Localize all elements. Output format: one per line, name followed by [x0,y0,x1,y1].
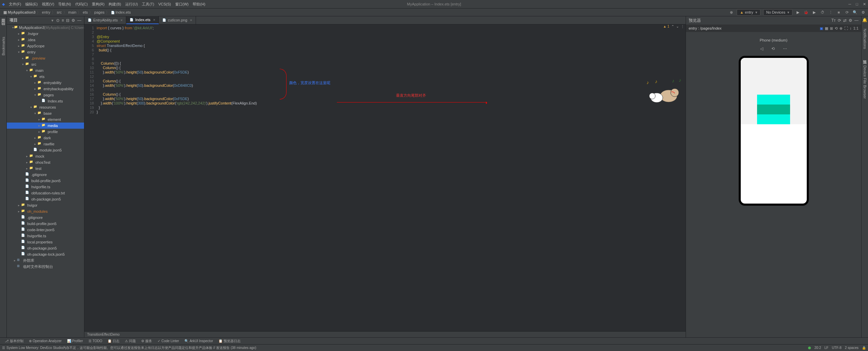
tree-row[interactable]: ▸📁element [7,116,84,123]
project-tool-icon[interactable]: ▦ [1,18,5,22]
menu-item[interactable]: 文件(F) [7,2,23,6]
menu-item[interactable]: 导航(N) [56,2,73,6]
stop-icon[interactable]: ■ [836,10,841,15]
structure-tool[interactable]: 结构 [1,27,6,31]
tab-close-icon[interactable]: × [153,18,155,22]
fit-icon[interactable]: 1:1 [853,26,858,31]
bookmarks-tool[interactable]: Bookmarks [1,35,5,58]
menu-item[interactable]: 帮助(H) [191,2,207,6]
breadcrumb-item[interactable]: entry [40,10,51,14]
add-device-icon[interactable]: ⊕ [839,26,842,31]
tree-row[interactable]: ▸📁entryability [7,80,84,86]
settings-icon[interactable]: ⚙ [861,10,866,15]
rotate-device-icon[interactable]: ⟲ [769,46,777,52]
menu-item[interactable]: 工具(T) [140,2,156,6]
notifications-icon[interactable]: 🔔 [862,18,867,22]
tree-row[interactable]: ▾📁src [7,61,84,67]
tree-row[interactable]: ▸📁ohosTest [7,159,84,165]
breadcrumb-item[interactable]: src [55,10,63,14]
tree-row[interactable]: ⊞临时文件和控制台 [7,264,84,270]
inspect-icon[interactable]: ▣ [820,26,823,31]
tree-row[interactable]: 📄local.properties [7,239,84,245]
select-opened-icon[interactable]: ⊙ [56,18,60,23]
tree-row[interactable]: 📄.gitignore [7,172,84,178]
editor-tab[interactable]: 📄EntryAbility.ets× [84,16,126,24]
previewer-settings-icon[interactable]: ⚙ [849,18,852,23]
bottom-tool[interactable]: ⚠问题 [122,339,138,344]
bottom-tool[interactable]: ⊕Operation Analyzer [26,339,64,343]
tree-row[interactable]: 📄oh-package-lock.json5 [7,251,84,257]
menu-item[interactable]: 重构(R) [90,2,107,6]
tree-row[interactable]: 📄.gitignore [7,214,84,221]
editor-breadcrumb[interactable]: TransitionEffectDemo [84,331,686,337]
indent-setting[interactable]: 2 spaces [845,346,858,350]
tree-row[interactable]: ▸📁mock [7,153,84,159]
minimize-icon[interactable]: ─ [849,2,851,6]
collapse-all-icon[interactable]: ⊟ [66,18,69,23]
build-target-dropdown[interactable]: ▲ entry ▾ [737,9,760,16]
device-browser-tool[interactable]: Device File Browser [863,63,867,101]
tree-row[interactable]: 📄module.json5 [7,147,84,153]
maximize-icon[interactable]: □ [856,2,858,6]
tree-row[interactable]: ▾📁MyApplication3 [MyApplication] C:\User… [7,25,84,31]
tree-row[interactable]: ▸📁dark [7,135,84,141]
menu-item[interactable]: 运行(U) [123,2,140,6]
tree-row[interactable]: 📄hvigorfile.ts [7,184,84,190]
previewer-tool[interactable]: 预览器 [862,55,867,59]
sync-icon[interactable]: ⟳ [844,10,850,15]
menu-item[interactable]: 构建(B) [107,2,123,6]
back-icon[interactable]: ◁ [758,46,765,52]
tree-row[interactable]: ▸⊞外部库 [7,257,84,264]
search-icon[interactable]: 🔍 [852,10,858,15]
tree-row[interactable]: ▸📁.idea [7,37,84,43]
scale-icon[interactable]: ↕ [850,26,852,31]
tree-row[interactable]: ▸📁.hvigor [7,31,84,37]
tree-row[interactable]: 📄Index.ets [7,98,84,104]
menu-item[interactable]: 编辑(E) [23,2,40,6]
rotate-icon[interactable]: ⟲ [835,26,838,31]
tree-row[interactable]: ▾📁resources [7,104,84,110]
panel-settings-icon[interactable]: ⚙ [71,18,75,23]
bottom-tool[interactable]: 📋日志 [105,339,122,344]
close-icon[interactable]: ✕ [863,2,866,6]
breadcrumb-item[interactable]: ets [81,10,89,14]
profile-icon[interactable]: ⏱ [820,10,825,15]
layout-icon[interactable]: ⊞ [830,26,833,31]
file-encoding[interactable]: UTF-8 [832,346,841,350]
tree-row[interactable]: ▾📁pages [7,92,84,98]
tree-row[interactable]: ▸📁profile [7,129,84,135]
debug-icon[interactable]: 🐞 [803,10,809,15]
tree-row[interactable]: ▸📁.preview [7,55,84,61]
tree-row[interactable]: 📄obfuscation-rules.txt [7,190,84,196]
previewer-text-icon[interactable]: Tт [831,18,836,23]
menu-item[interactable]: VCS(S) [156,2,173,6]
notifications-tool[interactable]: Notifications [863,27,867,51]
tree-row[interactable]: ▸📁entrybackupability [7,86,84,92]
editor-tab[interactable]: 📄cutIcon.png× [159,16,196,24]
expand-all-icon[interactable]: ≡ [62,18,64,23]
tree-row[interactable]: 📄build-profile.json5 [7,178,84,184]
lock-icon[interactable]: 🔒 [862,346,866,350]
bottom-tool[interactable]: ☰TODO [86,339,105,343]
device-dropdown[interactable]: No Devices ▾ [763,9,792,16]
coverage-icon[interactable]: ▶ [812,10,817,15]
code-editor[interactable]: import { curves } from '@kit.ArkUI'; @En… [97,25,686,331]
fullscreen-icon[interactable]: ⛶ [844,26,848,31]
menu-item[interactable]: 视图(V) [40,2,56,6]
breadcrumb-item[interactable]: main [67,10,78,14]
menu-item[interactable]: 代码(C) [73,2,90,6]
menu-item[interactable]: 窗口(W) [173,2,191,6]
tree-row[interactable]: ▾📁main [7,67,84,74]
bottom-tool[interactable]: 📋预览器日志 [216,339,243,344]
status-info-icon[interactable]: ☰ [2,346,5,350]
run-icon[interactable]: ▶ [795,10,801,15]
bottom-tool[interactable]: ⎇版本控制 [2,339,26,344]
tree-row[interactable]: 📄code-linter.json5 [7,227,84,233]
attach-icon[interactable]: ⋮ [828,10,833,15]
line-separator[interactable]: LF [824,346,829,350]
tab-close-icon[interactable]: × [190,18,192,22]
previewer-refresh-icon[interactable]: ⟳ [838,18,841,23]
tree-row[interactable]: ▸📁media [7,123,84,129]
grid-icon[interactable]: ▦ [825,26,828,31]
bottom-tool[interactable]: ✓Code Linter [155,339,182,343]
